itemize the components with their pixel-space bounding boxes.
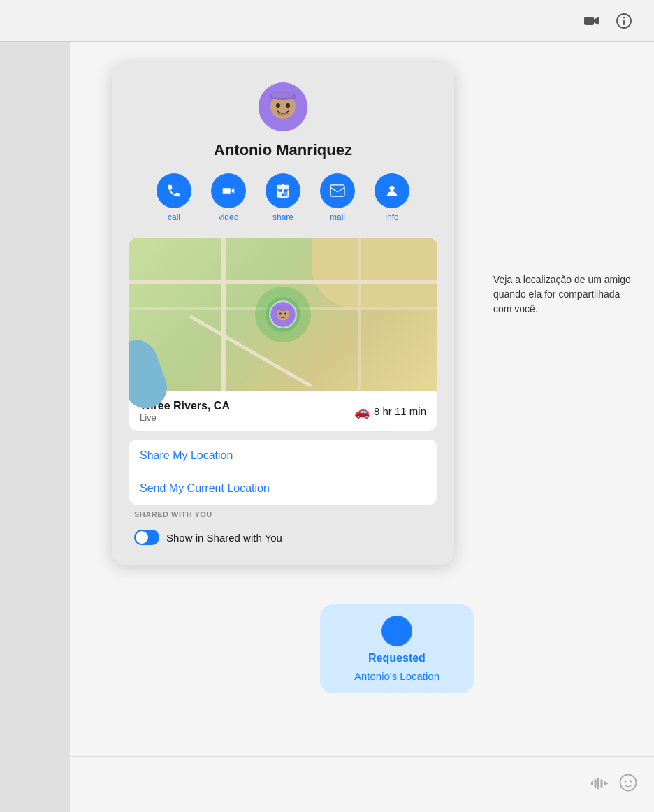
svg-point-20 bbox=[279, 312, 282, 314]
message-bubble: Requested Antonio's Location bbox=[320, 604, 474, 693]
svg-rect-7 bbox=[272, 91, 293, 98]
map-canvas bbox=[129, 238, 437, 391]
svg-rect-0 bbox=[584, 17, 594, 25]
shared-toggle-label: Show in Shared with You bbox=[166, 532, 282, 544]
bubble-dot bbox=[382, 616, 412, 646]
svg-rect-26 bbox=[604, 781, 606, 785]
location-sub: Live bbox=[140, 412, 230, 423]
svg-point-28 bbox=[620, 774, 637, 790]
drive-info: 🚗 8 hr 11 min bbox=[354, 404, 426, 419]
share-icon-circle bbox=[266, 173, 300, 208]
bubble-title: Requested bbox=[368, 652, 426, 665]
svg-point-9 bbox=[286, 103, 290, 108]
share-label: share bbox=[272, 212, 293, 222]
sidebar bbox=[0, 42, 70, 812]
emoji-button[interactable] bbox=[619, 774, 637, 796]
svg-rect-25 bbox=[601, 779, 603, 788]
svg-point-15 bbox=[389, 186, 394, 191]
video-label: video bbox=[219, 212, 239, 222]
avatar bbox=[259, 82, 307, 131]
shared-toggle-row[interactable]: Show in Shared with You bbox=[131, 524, 435, 551]
chat-area: Requested Antonio's Location bbox=[140, 588, 654, 700]
info-icon-circle bbox=[375, 173, 409, 208]
svg-rect-22 bbox=[591, 781, 593, 785]
location-menu: Share My Location Send My Current Locati… bbox=[129, 440, 437, 505]
location-pin bbox=[269, 300, 297, 328]
main-panel: Antonio Manriquez call video bbox=[70, 42, 654, 756]
mail-label: mail bbox=[330, 212, 345, 222]
svg-rect-14 bbox=[330, 185, 344, 196]
audio-input-button[interactable] bbox=[591, 775, 608, 795]
info-action-button[interactable]: info bbox=[375, 173, 409, 222]
svg-point-3 bbox=[623, 17, 625, 18]
video-icon-circle bbox=[211, 173, 246, 208]
svg-point-8 bbox=[276, 103, 280, 108]
map-info-bar: Three Rivers, CA Live 🚗 8 hr 11 min bbox=[129, 391, 437, 431]
top-bar bbox=[0, 0, 654, 42]
avatar-wrap bbox=[129, 82, 437, 131]
svg-point-21 bbox=[284, 312, 286, 314]
drive-time: 8 hr 11 min bbox=[374, 405, 426, 417]
callout-line bbox=[451, 280, 493, 280]
car-icon: 🚗 bbox=[354, 404, 370, 419]
action-buttons-row: call video bbox=[129, 173, 437, 222]
bottom-bar bbox=[70, 756, 654, 812]
share-button[interactable]: share bbox=[266, 173, 300, 222]
toggle-knob bbox=[136, 531, 148, 544]
share-my-location-item[interactable]: Share My Location bbox=[129, 440, 437, 472]
video-call-button[interactable] bbox=[581, 10, 602, 31]
video-button[interactable]: video bbox=[211, 173, 246, 222]
svg-rect-24 bbox=[597, 777, 600, 789]
shared-toggle[interactable] bbox=[134, 530, 159, 545]
map-section[interactable]: Three Rivers, CA Live 🚗 8 hr 11 min bbox=[129, 238, 437, 431]
info-label: info bbox=[385, 212, 398, 222]
svg-rect-27 bbox=[606, 782, 608, 784]
mail-icon-circle bbox=[320, 173, 355, 208]
callout-annotation: Veja a localização de um amigo quando el… bbox=[493, 273, 633, 317]
callout-text: Veja a localização de um amigo quando el… bbox=[493, 274, 631, 314]
mail-button[interactable]: mail bbox=[320, 173, 355, 222]
call-icon-circle bbox=[157, 173, 191, 208]
shared-label: SHARED WITH YOU bbox=[131, 510, 435, 519]
call-label: call bbox=[168, 212, 180, 222]
call-button[interactable]: call bbox=[157, 173, 191, 222]
svg-point-29 bbox=[625, 780, 627, 782]
svg-rect-19 bbox=[277, 306, 288, 310]
svg-rect-23 bbox=[595, 779, 597, 788]
bubble-subtitle: Antonio's Location bbox=[354, 670, 439, 682]
contact-card: Antonio Manriquez call video bbox=[112, 63, 454, 565]
svg-point-30 bbox=[630, 780, 632, 782]
info-button[interactable] bbox=[613, 10, 634, 31]
contact-name: Antonio Manriquez bbox=[129, 141, 437, 159]
shared-section: SHARED WITH YOU Show in Shared with You bbox=[129, 510, 437, 551]
send-current-location-item[interactable]: Send My Current Location bbox=[129, 472, 437, 505]
